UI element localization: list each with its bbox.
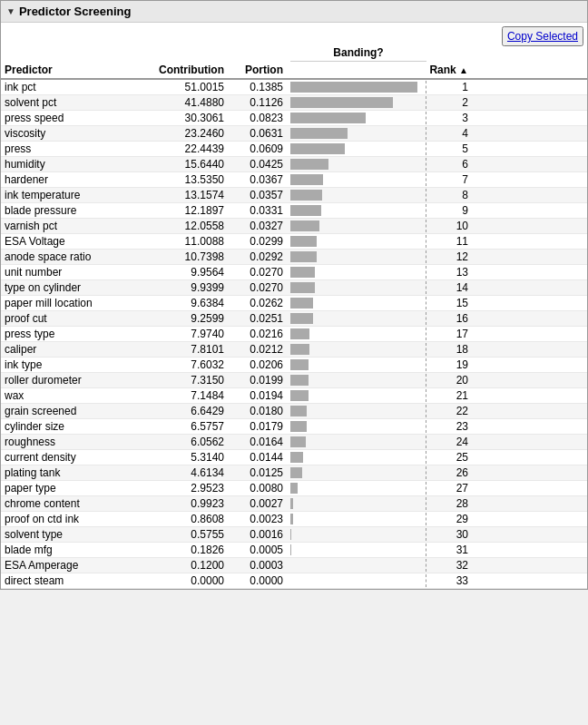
bar-fill — [290, 498, 293, 509]
bar-dashed — [426, 405, 426, 417]
collapse-icon[interactable]: ▼ — [6, 6, 15, 16]
cell-rank: 30 — [426, 528, 472, 541]
cell-bar — [290, 389, 426, 402]
bar-dashed — [426, 528, 426, 541]
cell-predictor: type on cylinder — [5, 281, 145, 294]
copy-selected-button[interactable]: Copy Selected — [502, 26, 583, 46]
cell-bar — [290, 513, 426, 525]
bar-fill — [290, 190, 322, 201]
bar-dashed — [426, 436, 426, 448]
table-row: ink temperature 13.1574 0.0357 8 — [1, 188, 587, 203]
table-row: ink type 7.6032 0.0206 19 — [1, 358, 587, 373]
cell-portion: 0.0125 — [231, 466, 290, 479]
table-row: solvent type 0.5755 0.0016 30 — [1, 527, 587, 543]
cell-predictor: ink pct — [5, 81, 145, 93]
bar-dashed — [426, 374, 426, 387]
table-row: viscosity 23.2460 0.0631 4 — [1, 126, 587, 142]
cell-bar — [290, 559, 426, 572]
cell-rank: 1 — [426, 81, 472, 93]
cell-bar — [290, 127, 426, 140]
cell-contribution: 6.5757 — [145, 420, 231, 433]
cell-bar — [290, 142, 426, 155]
cell-bar — [290, 112, 426, 124]
cell-predictor: humidity — [5, 158, 145, 171]
bar-dashed — [426, 297, 426, 309]
header-rank[interactable]: Rank ▲ — [426, 64, 472, 76]
bar-fill — [290, 421, 307, 432]
cell-predictor: press type — [5, 328, 145, 340]
table-row: proof on ctd ink 0.8608 0.0023 29 — [1, 512, 587, 527]
cell-rank: 17 — [426, 328, 472, 340]
cell-bar — [290, 374, 426, 387]
table-row: ESA Voltage 11.0088 0.0299 11 — [1, 234, 587, 250]
cell-portion: 0.0367 — [231, 173, 290, 186]
bar-fill — [290, 97, 393, 108]
cell-predictor: direct steam — [5, 574, 145, 587]
cell-portion: 0.0823 — [231, 112, 290, 124]
cell-predictor: paper mill location — [5, 297, 145, 309]
cell-bar — [290, 451, 426, 464]
bar-fill — [290, 251, 317, 262]
cell-contribution: 5.3140 — [145, 451, 231, 464]
cell-predictor: caliper — [5, 343, 145, 356]
cell-rank: 31 — [426, 544, 472, 556]
table-row: chrome content 0.9923 0.0027 28 — [1, 496, 587, 512]
cell-predictor: wax — [5, 389, 145, 402]
cell-rank: 3 — [426, 112, 472, 124]
cell-bar — [290, 297, 426, 309]
table-row: plating tank 4.6134 0.0125 26 — [1, 465, 587, 481]
cell-bar — [290, 281, 426, 294]
bar-fill — [290, 282, 315, 293]
cell-portion: 0.0206 — [231, 358, 290, 371]
cell-predictor: solvent pct — [5, 96, 145, 109]
title-text: Predictor Screening — [19, 5, 132, 18]
table-row: roller durometer 7.3150 0.0199 20 — [1, 373, 587, 388]
bar-dashed — [426, 96, 426, 109]
cell-contribution: 0.8608 — [145, 513, 231, 525]
cell-contribution: 7.3150 — [145, 374, 231, 387]
bar-fill — [290, 452, 303, 463]
bar-fill — [290, 514, 293, 524]
bar-fill — [290, 205, 321, 216]
cell-contribution: 22.4439 — [145, 142, 231, 155]
banding-label: Banding? — [290, 46, 426, 62]
cell-predictor: anode space ratio — [5, 250, 145, 263]
bar-dashed — [426, 420, 426, 433]
cell-predictor: solvent type — [5, 528, 145, 541]
cell-predictor: unit number — [5, 266, 145, 279]
cell-portion: 0.0299 — [231, 235, 290, 248]
cell-predictor: ink type — [5, 358, 145, 371]
cell-bar — [290, 343, 426, 356]
bar-fill — [290, 113, 366, 123]
bar-fill — [290, 143, 345, 154]
cell-contribution: 13.5350 — [145, 173, 231, 186]
cell-predictor: hardener — [5, 173, 145, 186]
cell-portion: 0.1126 — [231, 96, 290, 109]
bar-dashed — [426, 389, 426, 402]
table-row: humidity 15.6440 0.0425 6 — [1, 157, 587, 172]
cell-rank: 20 — [426, 374, 472, 387]
cell-contribution: 9.9564 — [145, 266, 231, 279]
cell-portion: 0.0631 — [231, 127, 290, 140]
cell-portion: 0.0023 — [231, 513, 290, 525]
cell-contribution: 2.9523 — [145, 482, 231, 495]
bar-fill — [290, 483, 298, 494]
bar-dashed — [426, 451, 426, 464]
bar-dashed — [426, 127, 426, 140]
table-row: press type 7.9740 0.0216 17 — [1, 327, 587, 342]
cell-contribution: 30.3061 — [145, 112, 231, 124]
cell-predictor: proof on ctd ink — [5, 513, 145, 525]
table-row: caliper 7.8101 0.0212 18 — [1, 342, 587, 358]
header-predictor: Predictor — [5, 64, 145, 76]
cell-rank: 2 — [426, 96, 472, 109]
bar-dashed — [426, 328, 426, 340]
table-row: proof cut 9.2599 0.0251 16 — [1, 311, 587, 327]
cell-portion: 0.0027 — [231, 497, 290, 510]
bar-dashed — [426, 250, 426, 263]
cell-rank: 19 — [426, 358, 472, 371]
cell-predictor: press speed — [5, 112, 145, 124]
table-row: press speed 30.3061 0.0823 3 — [1, 111, 587, 126]
cell-rank: 4 — [426, 127, 472, 140]
cell-bar — [290, 420, 426, 433]
cell-predictor: roughness — [5, 436, 145, 448]
